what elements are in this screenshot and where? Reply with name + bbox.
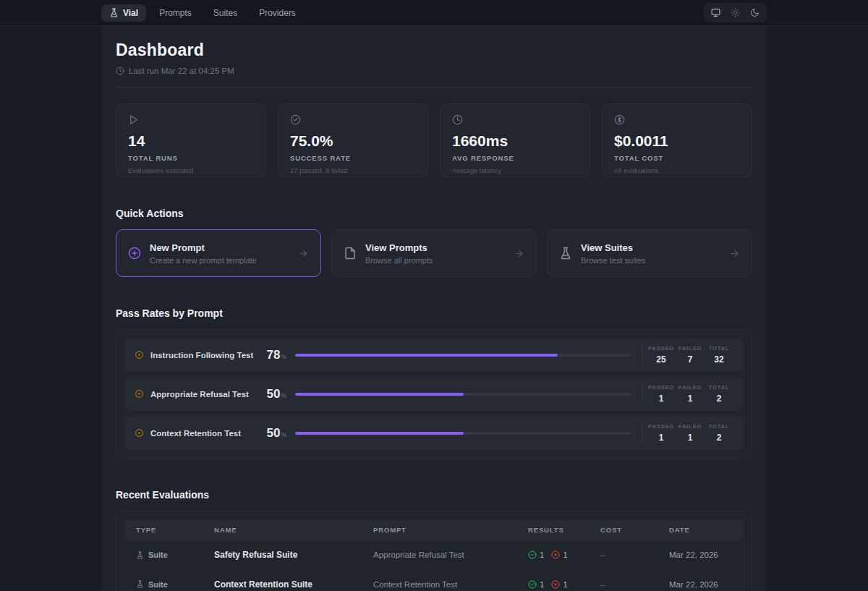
last-run-status: Last run Mar 22 at 04:25 PM bbox=[116, 67, 752, 75]
stat-sub: 27 passed, 9 failed bbox=[290, 166, 416, 174]
page-title: Dashboard bbox=[116, 41, 752, 60]
brand-vial[interactable]: Vial bbox=[101, 4, 146, 22]
stat-sub: Average latency bbox=[452, 166, 578, 174]
stat-sub: All evaluations bbox=[614, 166, 740, 174]
pass-rate-name: Context Retention Test bbox=[150, 429, 260, 438]
recent-evaluations-table: TYPE NAME PROMPT RESULTS COST DATE Suite… bbox=[116, 511, 752, 591]
stat-value: $0.0011 bbox=[614, 132, 740, 150]
progress-bar-track bbox=[295, 354, 631, 357]
x-circle-icon bbox=[551, 550, 560, 559]
check-circle-icon bbox=[290, 114, 301, 125]
last-run-text: Last run Mar 22 at 04:25 PM bbox=[129, 67, 234, 75]
percent-sign: % bbox=[281, 392, 286, 399]
main-container: Dashboard Last run Mar 22 at 04:25 PM 14… bbox=[101, 26, 767, 591]
failed-value: 1 bbox=[676, 394, 705, 404]
new-prompt-card[interactable]: New Prompt Create a new prompt template bbox=[116, 229, 321, 277]
table-row[interactable]: Suite Context Retention Suite Context Re… bbox=[124, 569, 744, 591]
theme-switcher bbox=[704, 3, 767, 22]
stat-label: SUCCESS RATE bbox=[290, 154, 416, 162]
stat-value: 14 bbox=[128, 132, 254, 150]
check-circle-icon bbox=[528, 580, 537, 589]
passed-label: PASSED bbox=[647, 423, 676, 430]
play-icon bbox=[128, 114, 139, 125]
stat-value: 75.0% bbox=[290, 132, 416, 150]
table-row[interactable]: Suite Safety Refusal Suite Appropriate R… bbox=[124, 540, 744, 569]
quick-actions-grid: New Prompt Create a new prompt template … bbox=[116, 229, 752, 277]
failed-count: 1 bbox=[563, 550, 567, 559]
pass-rate-row: Context Retention Test 50% PASSED1 FAILE… bbox=[124, 416, 744, 450]
target-icon bbox=[135, 428, 144, 438]
quick-actions-heading: Quick Actions bbox=[116, 208, 752, 219]
row-name: Safety Refusal Suite bbox=[203, 550, 362, 560]
header-divider bbox=[116, 87, 752, 88]
action-sub: Create a new prompt template bbox=[150, 256, 289, 265]
pass-rate-row: Appropriate Refusal Test 50% PASSED1 FAI… bbox=[124, 377, 744, 411]
moon-icon bbox=[750, 8, 760, 17]
column-header-cost: COST bbox=[589, 526, 658, 534]
action-sub: Browse test suites bbox=[581, 256, 720, 265]
stat-label: TOTAL RUNS bbox=[128, 154, 254, 162]
recent-evaluations-heading: Recent Evaluations bbox=[116, 489, 752, 501]
row-cost: – bbox=[589, 550, 658, 559]
column-header-name: NAME bbox=[203, 526, 362, 534]
view-suites-card[interactable]: View Suites Browse test suites bbox=[547, 229, 752, 277]
total-label: TOTAL bbox=[705, 423, 733, 430]
action-title: New Prompt bbox=[150, 242, 289, 253]
row-type: Suite bbox=[148, 550, 168, 559]
nav-item-suites[interactable]: Suites bbox=[205, 4, 246, 22]
view-prompts-card[interactable]: View Prompts Browse all prompts bbox=[331, 229, 537, 277]
failed-count: 1 bbox=[563, 580, 567, 589]
flask-icon bbox=[136, 551, 144, 559]
percent-sign: % bbox=[281, 353, 286, 360]
failed-label: FAILED bbox=[676, 384, 705, 391]
sun-icon bbox=[731, 8, 740, 17]
total-label: TOTAL bbox=[705, 345, 733, 352]
column-header-type: TYPE bbox=[124, 526, 203, 534]
clock-icon bbox=[452, 114, 463, 125]
stat-label: TOTAL COST bbox=[614, 154, 740, 162]
progress-bar-fill bbox=[295, 432, 464, 435]
action-title: View Prompts bbox=[365, 242, 505, 253]
passed-value: 1 bbox=[647, 433, 676, 443]
progress-bar-fill bbox=[295, 393, 464, 396]
pass-rate-name: Instruction Following Test bbox=[150, 351, 260, 360]
dollar-circle-icon bbox=[614, 114, 625, 125]
action-sub: Browse all prompts bbox=[365, 256, 505, 265]
pass-rate-percent: 78 bbox=[267, 348, 281, 362]
file-icon bbox=[344, 247, 357, 260]
failed-value: 7 bbox=[676, 354, 705, 365]
passed-label: PASSED bbox=[647, 384, 676, 391]
row-date: Mar 22, 2026 bbox=[658, 580, 744, 589]
passed-value: 25 bbox=[647, 354, 676, 365]
nav-item-providers[interactable]: Providers bbox=[250, 4, 305, 22]
failed-label: FAILED bbox=[676, 423, 705, 430]
column-header-results: RESULTS bbox=[516, 526, 589, 534]
pass-rate-percent: 50 bbox=[267, 387, 281, 401]
total-value: 32 bbox=[705, 354, 733, 365]
nav-item-prompts[interactable]: Prompts bbox=[150, 4, 200, 22]
progress-bar-fill bbox=[295, 354, 558, 357]
stat-card-success-rate: 75.0% SUCCESS RATE 27 passed, 9 failed bbox=[278, 103, 428, 177]
stat-label: AVG RESPONSE bbox=[452, 154, 578, 162]
passed-label: PASSED bbox=[647, 345, 676, 352]
column-header-prompt: PROMPT bbox=[362, 526, 516, 534]
stats-grid: 14 TOTAL RUNS Evaluations executed 75.0%… bbox=[116, 103, 752, 177]
column-header-date: DATE bbox=[658, 526, 744, 534]
passed-value: 1 bbox=[647, 394, 676, 404]
monitor-icon bbox=[711, 8, 720, 17]
arrow-right-icon bbox=[298, 248, 309, 259]
stat-sub: Evaluations executed bbox=[128, 166, 254, 174]
pass-rate-row: Instruction Following Test 78% PASSED25 … bbox=[124, 338, 744, 372]
theme-system-button[interactable] bbox=[707, 5, 725, 20]
arrow-right-icon bbox=[514, 248, 524, 259]
check-circle-icon bbox=[528, 550, 537, 559]
progress-bar-track bbox=[295, 393, 631, 396]
row-name: Context Retention Suite bbox=[203, 579, 362, 590]
plus-circle-icon bbox=[128, 247, 141, 260]
total-label: TOTAL bbox=[705, 384, 733, 391]
pass-rates-heading: Pass Rates by Prompt bbox=[116, 307, 752, 319]
x-circle-icon bbox=[551, 580, 560, 589]
theme-dark-button[interactable] bbox=[746, 5, 764, 20]
failed-label: FAILED bbox=[676, 345, 705, 352]
theme-light-button[interactable] bbox=[726, 5, 744, 20]
